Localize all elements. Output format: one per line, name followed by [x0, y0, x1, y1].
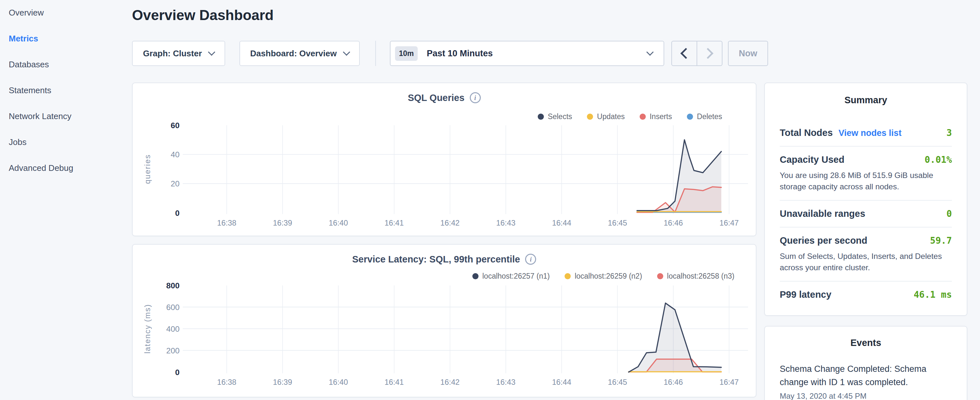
chart-plot: 16:3816:3916:4016:4116:4216:4316:4416:45… — [133, 245, 756, 397]
sidebar-item-databases[interactable]: Databases — [9, 59, 73, 69]
legend-dot-icon — [565, 273, 571, 279]
time-window-label: Past 10 Minutes — [427, 49, 493, 59]
legend-label: Inserts — [650, 112, 672, 121]
summary-row-value: 0 — [947, 209, 952, 219]
events-list: Schema Change Completed: Schema change w… — [780, 362, 952, 400]
event-timestamp: May 13, 2020 at 4:45 PM — [780, 392, 952, 400]
summary-row-head: Unavailable ranges0 — [780, 209, 952, 219]
svg-text:16:45: 16:45 — [608, 378, 627, 386]
event-text: Schema Change Completed: Schema change w… — [780, 362, 952, 389]
sidebar-nav: OverviewMetricsDatabasesStatementsNetwor… — [9, 8, 73, 173]
svg-text:16:44: 16:44 — [552, 218, 571, 227]
summary-row-label: P99 latency — [780, 289, 832, 300]
svg-text:16:41: 16:41 — [385, 218, 404, 227]
summary-row-p99-latency: P99 latency46.1 ms — [780, 282, 952, 308]
svg-text:400: 400 — [166, 325, 180, 333]
legend-label: Selects — [548, 112, 572, 121]
svg-text:16:44: 16:44 — [552, 378, 571, 386]
svg-text:16:46: 16:46 — [663, 218, 683, 227]
summary-row-head: Queries per second59.7 — [780, 235, 952, 246]
legend-item-inserts[interactable]: Inserts — [640, 112, 672, 121]
summary-row-value: 59.7 — [930, 235, 952, 246]
svg-text:16:40: 16:40 — [329, 218, 348, 227]
time-window-badge: 10m — [395, 46, 418, 61]
summary-panel: Summary Total NodesView nodes list3Capac… — [764, 83, 967, 316]
legend-label: Updates — [597, 112, 625, 121]
events-title: Events — [780, 338, 952, 348]
legend-label: localhost:26257 (n1) — [482, 272, 550, 280]
summary-row-value: 46.1 ms — [914, 289, 952, 300]
summary-row-value: 3 — [947, 127, 952, 138]
main-content: Overview Dashboard Graph: Cluster Dashbo… — [132, 0, 756, 400]
prev-time-window-button[interactable] — [672, 41, 697, 65]
legend-dot-icon — [640, 113, 646, 120]
chart-plot: 16:3816:3916:4016:4116:4216:4316:4416:45… — [133, 83, 756, 236]
time-window-picker[interactable]: 10m Past 10 Minutes — [390, 41, 664, 66]
view-nodes-list-link[interactable]: View nodes list — [838, 128, 902, 138]
summary-row-capacity-used: Capacity Used0.01%You are using 28.6 MiB… — [780, 147, 952, 201]
legend-label: localhost:26258 (n3) — [667, 272, 735, 280]
svg-text:latency (ms): latency (ms) — [143, 304, 152, 354]
summary-row-total-nodes: Total NodesView nodes list3 — [780, 120, 952, 147]
summary-row-label: Capacity Used — [780, 155, 845, 165]
legend-item-deletes[interactable]: Deletes — [687, 112, 722, 121]
legend-item-localhost-26257-n1[interactable]: localhost:26257 (n1) — [473, 272, 550, 280]
controls-divider — [375, 41, 376, 66]
sidebar-item-overview[interactable]: Overview — [9, 8, 73, 18]
legend-dot-icon — [538, 113, 544, 120]
svg-text:16:47: 16:47 — [719, 378, 739, 386]
summary-row-description: You are using 28.6 MiB of 515.9 GiB usab… — [780, 170, 952, 192]
summary-rows: Total NodesView nodes list3Capacity Used… — [780, 120, 952, 308]
legend-item-localhost-26259-n2[interactable]: localhost:26259 (n2) — [565, 272, 642, 280]
svg-text:16:40: 16:40 — [329, 378, 348, 386]
svg-text:16:41: 16:41 — [385, 378, 404, 386]
svg-text:16:45: 16:45 — [608, 218, 627, 227]
summary-row-description: Sum of Selects, Updates, Inserts, and De… — [780, 250, 952, 273]
graph-scope-dropdown[interactable]: Graph: Cluster — [132, 41, 225, 66]
svg-text:16:38: 16:38 — [217, 218, 237, 227]
legend-item-selects[interactable]: Selects — [538, 112, 572, 121]
next-time-window-button[interactable] — [697, 41, 722, 65]
svg-text:0: 0 — [175, 368, 180, 377]
svg-text:20: 20 — [170, 179, 180, 188]
chevron-down-icon — [208, 49, 215, 56]
sql-queries-chart-card: SQL Queries i SelectsUpdatesInsertsDelet… — [132, 83, 756, 236]
event-item[interactable]: Schema Change Completed: Schema change w… — [780, 362, 952, 400]
sidebar-item-network-latency[interactable]: Network Latency — [9, 112, 73, 121]
info-icon[interactable]: i — [470, 92, 481, 103]
summary-row-unavailable-ranges: Unavailable ranges0 — [780, 201, 952, 228]
summary-row-head: Capacity Used0.01% — [780, 155, 952, 165]
svg-text:16:43: 16:43 — [496, 218, 516, 227]
svg-text:16:46: 16:46 — [663, 378, 683, 386]
time-pager — [671, 41, 722, 66]
legend-item-updates[interactable]: Updates — [587, 112, 625, 121]
sidebar-item-jobs[interactable]: Jobs — [9, 137, 73, 147]
controls-bar: Graph: Cluster Dashboard: Overview 10m P… — [132, 41, 756, 66]
info-icon[interactable]: i — [525, 254, 536, 265]
svg-text:200: 200 — [166, 346, 180, 355]
sidebar-item-statements[interactable]: Statements — [9, 85, 73, 95]
sidebar-item-advanced-debug[interactable]: Advanced Debug — [9, 163, 73, 173]
svg-text:queries: queries — [143, 154, 152, 184]
svg-text:16:39: 16:39 — [273, 218, 292, 227]
chart-title-row: Service Latency: SQL, 99th percentile i — [133, 254, 756, 265]
chart-legend: localhost:26257 (n1)localhost:26259 (n2)… — [473, 272, 735, 280]
legend-dot-icon — [473, 273, 479, 279]
svg-text:600: 600 — [166, 303, 180, 312]
summary-row-label: Queries per second — [780, 235, 867, 246]
legend-label: localhost:26259 (n2) — [574, 272, 642, 280]
summary-row-head: P99 latency46.1 ms — [780, 289, 952, 300]
legend-item-localhost-26258-n3[interactable]: localhost:26258 (n3) — [657, 272, 735, 280]
sidebar-item-metrics[interactable]: Metrics — [9, 33, 73, 43]
svg-text:16:42: 16:42 — [440, 378, 460, 386]
service-latency-chart-card: Service Latency: SQL, 99th percentile i … — [132, 244, 756, 397]
admin-ui-dashboard: OverviewMetricsDatabasesStatementsNetwor… — [0, 0, 980, 400]
chart-title: SQL Queries — [408, 92, 464, 103]
svg-text:60: 60 — [170, 121, 180, 130]
chart-title-row: SQL Queries i — [133, 92, 756, 103]
svg-text:16:39: 16:39 — [273, 378, 292, 386]
now-button[interactable]: Now — [728, 41, 768, 66]
svg-text:800: 800 — [166, 281, 180, 290]
dashboard-dropdown[interactable]: Dashboard: Overview — [239, 41, 360, 66]
svg-text:0: 0 — [175, 209, 180, 217]
